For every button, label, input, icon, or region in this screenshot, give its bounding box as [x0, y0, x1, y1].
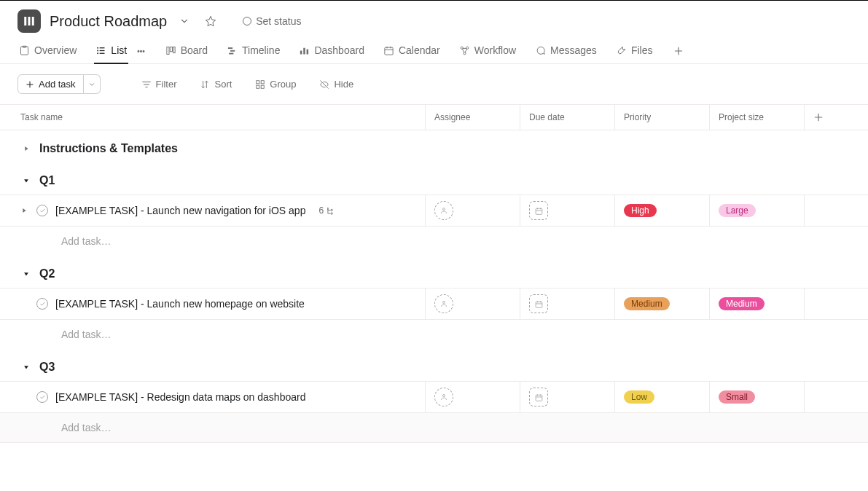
task-complete-checkbox[interactable]: [36, 391, 48, 403]
group-label: Group: [270, 79, 296, 90]
svg-rect-26: [257, 85, 259, 88]
svg-rect-24: [257, 80, 259, 83]
assignee-placeholder[interactable]: [434, 201, 453, 220]
svg-point-30: [443, 208, 445, 211]
column-header-priority[interactable]: Priority: [615, 105, 710, 130]
column-header-size[interactable]: Project size: [710, 105, 805, 130]
tab-label: Calendar: [399, 44, 440, 56]
svg-rect-18: [304, 47, 306, 54]
svg-rect-19: [307, 49, 309, 54]
svg-rect-25: [261, 80, 264, 83]
project-menu-chevron[interactable]: [176, 12, 193, 30]
size-pill[interactable]: Large: [719, 204, 756, 217]
svg-point-23: [464, 52, 466, 54]
section-toggle[interactable]: [20, 361, 32, 373]
assignee-placeholder[interactable]: [434, 294, 453, 313]
section-toggle[interactable]: [20, 268, 32, 280]
tab-dashboard[interactable]: Dashboard: [297, 39, 366, 63]
svg-point-7: [98, 50, 99, 51]
task-complete-checkbox[interactable]: [36, 205, 48, 216]
svg-point-34: [443, 395, 445, 397]
svg-rect-1: [28, 17, 31, 25]
filter-button[interactable]: Filter: [137, 76, 181, 93]
priority-pill[interactable]: Low: [624, 390, 654, 404]
assignee-placeholder[interactable]: [434, 388, 453, 406]
group-button[interactable]: Group: [251, 76, 300, 93]
subtask-count-badge[interactable]: 6: [318, 205, 336, 216]
svg-rect-6: [100, 47, 105, 48]
tab-more-icon[interactable]: •••: [134, 47, 148, 55]
hide-button[interactable]: Hide: [315, 76, 358, 93]
svg-point-9: [98, 52, 99, 54]
svg-rect-13: [173, 47, 175, 52]
tab-label: Workflow: [474, 44, 516, 56]
tab-board[interactable]: Board: [164, 39, 209, 63]
svg-rect-16: [229, 52, 233, 54]
section-title[interactable]: Q1: [39, 174, 55, 187]
task-row[interactable]: [EXAMPLE TASK] - Launch new homepage on …: [0, 288, 868, 320]
due-date-placeholder[interactable]: [529, 201, 548, 220]
size-pill[interactable]: Medium: [719, 297, 765, 310]
add-tab-button[interactable]: [670, 42, 687, 60]
svg-rect-35: [536, 395, 542, 401]
section-title[interactable]: Q2: [39, 267, 55, 280]
tab-label: Timeline: [242, 44, 280, 56]
dashboard-icon: [299, 45, 310, 56]
timeline-icon: [227, 45, 238, 56]
tab-calendar[interactable]: Calendar: [382, 39, 442, 63]
svg-rect-11: [167, 47, 169, 54]
column-header-task[interactable]: Task name: [0, 105, 426, 130]
svg-point-32: [443, 302, 445, 304]
tab-files[interactable]: Files: [614, 39, 654, 63]
section-title[interactable]: Q3: [39, 361, 55, 374]
tab-workflow[interactable]: Workflow: [458, 39, 517, 63]
add-task-inline[interactable]: Add task…: [0, 413, 868, 443]
svg-point-22: [466, 47, 468, 49]
svg-point-28: [331, 209, 332, 211]
add-task-inline[interactable]: Add task…: [0, 320, 868, 349]
project-icon: [17, 9, 41, 33]
svg-rect-0: [24, 17, 26, 25]
add-task-button[interactable]: Add task: [17, 74, 84, 94]
task-row[interactable]: [EXAMPLE TASK] - Redesign data maps on d…: [0, 381, 868, 413]
svg-rect-27: [261, 85, 264, 88]
set-status-button[interactable]: Set status: [237, 12, 307, 30]
section-toggle[interactable]: [20, 175, 32, 186]
tab-list[interactable]: List: [94, 39, 128, 63]
task-row[interactable]: [EXAMPLE TASK] - Launch new navigation f…: [0, 195, 868, 227]
task-complete-checkbox[interactable]: [36, 298, 48, 310]
calendar-icon: [383, 45, 394, 56]
list-icon: [95, 45, 106, 56]
tab-label: Overview: [34, 44, 77, 56]
hide-label: Hide: [334, 79, 353, 90]
task-name: [EXAMPLE TASK] - Launch new homepage on …: [55, 298, 305, 310]
tab-messages[interactable]: Messages: [533, 39, 598, 63]
board-icon: [165, 45, 176, 56]
tab-label: List: [111, 44, 127, 56]
task-expand-toggle[interactable]: [20, 207, 29, 214]
section-toggle[interactable]: [20, 143, 32, 154]
due-date-placeholder[interactable]: [529, 388, 548, 406]
tab-overview[interactable]: Overview: [17, 39, 78, 63]
files-icon: [616, 45, 627, 56]
size-pill[interactable]: Small: [719, 390, 755, 404]
task-name: [EXAMPLE TASK] - Launch new navigation f…: [55, 205, 305, 216]
project-title[interactable]: Product Roadmap: [50, 13, 167, 30]
add-column-button[interactable]: [805, 105, 868, 130]
priority-pill[interactable]: High: [624, 204, 657, 217]
favorite-star-icon[interactable]: [202, 12, 219, 30]
add-task-inline[interactable]: Add task…: [0, 227, 868, 256]
add-task-dropdown[interactable]: [84, 74, 101, 94]
sort-button[interactable]: Sort: [195, 76, 236, 93]
svg-rect-33: [536, 302, 542, 307]
column-header-assignee[interactable]: Assignee: [426, 105, 520, 130]
sort-label: Sort: [214, 79, 232, 90]
section-title[interactable]: Instructions & Templates: [39, 142, 178, 155]
subtask-icon: [326, 205, 336, 216]
due-date-placeholder[interactable]: [529, 294, 548, 313]
tab-timeline[interactable]: Timeline: [225, 39, 281, 63]
column-header-due[interactable]: Due date: [520, 105, 615, 130]
tab-label: Dashboard: [314, 44, 364, 56]
priority-pill[interactable]: Medium: [624, 297, 670, 310]
workflow-icon: [459, 45, 470, 56]
